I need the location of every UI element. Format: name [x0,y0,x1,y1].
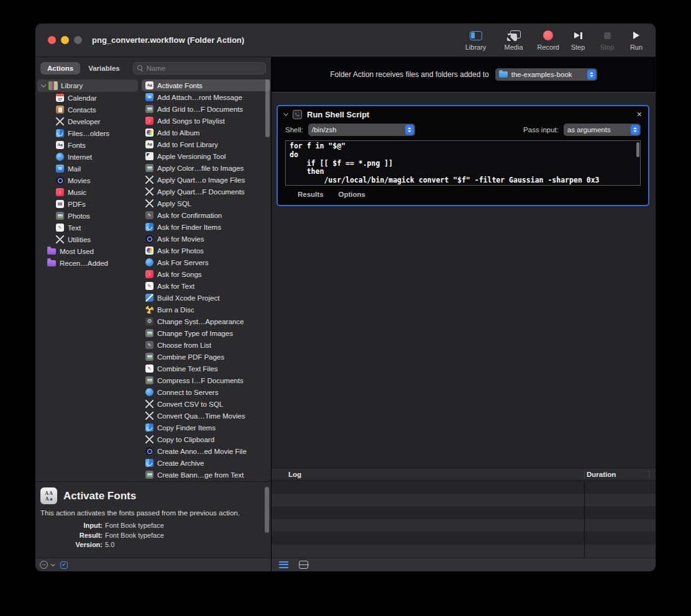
shell-dropdown[interactable]: /bin/zsh [308,124,415,136]
toolbar-button[interactable]: Step [567,30,588,51]
action-list-item[interactable]: Change Type of Images [142,327,270,339]
action-list-item[interactable]: Compress I…F Documents [142,374,270,386]
fontbook-icon [145,140,153,148]
column-divider[interactable] [584,470,585,478]
sidebar-category[interactable]: Files…olders [35,127,139,139]
finder-icon [145,459,153,467]
options-tab[interactable]: Options [339,191,365,198]
pass-input-dropdown-value: as arguments [567,126,611,134]
action-list-item[interactable]: Burn a Disc [142,304,270,315]
action-list-item[interactable]: Ask for Movies [142,233,270,245]
library-root-row[interactable]: Library [37,79,138,92]
toolbar-button[interactable]: Run [626,30,647,51]
sidebar-category[interactable]: Movies [35,174,139,186]
action-list-item[interactable]: Create Anno…ed Movie File [142,445,270,457]
toolbar-button[interactable]: Stop [597,30,618,51]
column-divider[interactable] [649,470,649,478]
sidebar-category[interactable]: Utilities [35,233,139,245]
action-list-item[interactable]: Create Archive [142,457,270,469]
checkbox-icon[interactable] [60,561,68,569]
burn-icon [145,306,153,314]
sidebar-smart-group[interactable]: Most Used [35,245,139,257]
chevron-down-icon[interactable] [51,562,55,566]
shell-script-editor[interactable]: for f in "$@"do if [[ $f == *.png ]] the… [285,140,641,186]
action-list-item[interactable]: Activate Fonts [142,79,270,91]
folder-dropdown[interactable]: the-examples-book [495,68,597,81]
action-list-item[interactable]: Apple Versioning Tool [142,150,270,162]
chevron-down-icon [41,82,46,87]
log-row [272,545,656,558]
workflow-view-icon[interactable] [299,561,308,569]
utilities-icon [145,176,153,184]
close-window-icon[interactable] [48,36,56,44]
sidebar-category[interactable]: Developer [35,116,139,127]
log-view-icon[interactable] [279,561,288,568]
action-list-item[interactable]: Ask for Songs [142,268,270,280]
actions-scrollbar[interactable] [265,79,270,137]
photos-gray-icon [145,353,153,361]
action-list-item[interactable]: Change Syst…Appearance [142,315,270,327]
action-list-item[interactable]: Apply Quart…o Image Files [142,174,270,186]
action-list-item[interactable]: Ask for Finder Items [142,221,270,233]
action-list-item[interactable]: Apply SQL [142,197,270,209]
action-list-item[interactable]: Convert CSV to SQL [142,398,270,410]
toolbar-button[interactable]: Media [503,30,524,51]
action-list-item[interactable]: Add Songs to Playlist [142,115,270,127]
sidebar-category[interactable]: Music [35,186,139,198]
duration-column-header[interactable]: Duration [587,471,616,478]
action-list-item[interactable]: Build Xcode Project [142,292,270,304]
info-scrollbar[interactable] [265,487,269,533]
chevron-down-icon[interactable] [283,111,288,116]
action-list-item[interactable]: Add to Font Library [142,138,270,150]
code-scrollbar[interactable] [636,142,639,157]
search-input[interactable] [147,65,262,72]
action-list-item[interactable]: Choose from List [142,339,270,351]
library-books-icon [48,81,58,90]
zoom-window-icon[interactable] [74,36,82,44]
sidebar-category[interactable]: Calendar [35,92,139,104]
close-icon[interactable]: × [637,110,642,119]
quicktime-icon [56,176,64,184]
log-column-header[interactable]: Log [288,471,301,478]
sidebar-category[interactable]: Mail [35,163,139,174]
action-list-item[interactable]: Convert Qua…Time Movies [142,410,270,422]
action-list-item[interactable]: Create Bann…ge from Text [142,469,270,481]
record-icon [543,30,553,40]
action-list-item[interactable]: Add Grid to…F Documents [142,103,270,115]
sidebar-category[interactable]: Internet [35,151,139,163]
sidebar-tab[interactable]: Variables [81,62,127,75]
action-list-item[interactable]: Ask For Servers [142,256,270,268]
minimize-window-icon[interactable] [61,36,69,44]
toolbar-button[interactable]: Library [465,30,487,51]
sidebar-category[interactable]: PDFs [35,198,139,210]
action-list-item[interactable]: Copy to Clipboard [142,433,270,445]
utilities-icon [56,235,64,243]
smart-folder-icon [47,248,56,255]
action-list-item[interactable]: Add Attach…ront Message [142,91,270,103]
folder-action-header: Folder Action receives files and folders… [272,57,656,93]
action-list-item[interactable]: Combine PDF Pages [142,351,270,363]
action-list-item[interactable]: Ask for Confirmation [142,209,270,221]
toolbar-button[interactable]: Record [538,30,559,51]
more-options-icon[interactable] [40,561,48,569]
action-list-item[interactable]: Ask for Text [142,280,270,292]
sidebar-category[interactable]: Fonts [35,139,139,151]
search-field[interactable] [133,62,266,75]
sidebar-tab[interactable]: Actions [40,62,80,75]
action-list-item[interactable]: Apply Color…file to Images [142,162,270,174]
run-shell-script-block[interactable]: Run Shell Script × Shell: /bin/zsh Pass … [277,105,649,206]
sidebar-category[interactable]: Text [35,222,139,233]
action-list-item[interactable]: Combine Text Files [142,363,270,374]
action-list-item[interactable]: Add to Album [142,127,270,138]
action-list-item[interactable]: Ask for Photos [142,245,270,256]
results-tab[interactable]: Results [298,191,324,198]
sidebar-category[interactable]: Photos [35,210,139,222]
action-list-item[interactable]: Apply Quart…F Documents [142,186,270,197]
versions-icon [145,152,153,160]
pass-input-dropdown[interactable]: as arguments [564,124,641,136]
sidebar-category[interactable]: Contacts [35,104,139,116]
sidebar-smart-group[interactable]: Recen…Added [35,257,139,269]
action-list-item[interactable]: Connect to Servers [142,386,270,398]
shell-controls: Shell: /bin/zsh Pass input: as arguments [278,122,648,136]
action-list-item[interactable]: Copy Finder Items [142,422,270,433]
